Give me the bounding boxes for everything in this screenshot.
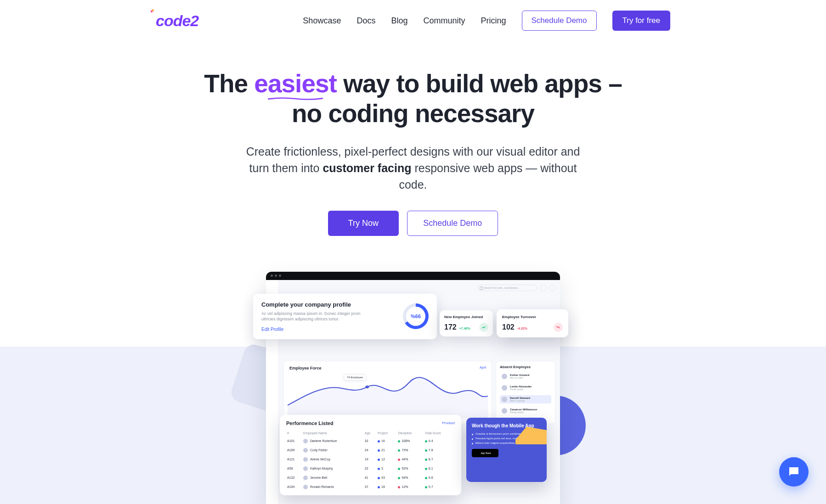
- performance-table-card: Performence Listed Product # Employee Na…: [280, 415, 461, 495]
- absent-name: Leslie Alexander: [510, 385, 532, 388]
- edit-profile-link[interactable]: Edit Profile: [261, 327, 367, 332]
- performance-table: # Employee Name Age Project Discipline T…: [286, 430, 455, 492]
- chart-title: Employee Force: [289, 366, 486, 370]
- absent-row[interactable]: Darrell StewardWon't in group: [500, 395, 551, 403]
- trend-down-icon: [554, 323, 563, 332]
- th: Discipline: [397, 430, 424, 437]
- hero-sub: Create frictionless, pixel-perfect desig…: [238, 143, 588, 193]
- store-label: App Store: [481, 452, 491, 454]
- avatar-icon: [502, 374, 507, 379]
- absent-name: Esther Howard: [510, 374, 529, 376]
- chat-icon: [787, 465, 801, 479]
- table-row[interactable]: A121Arlene McCoy191244%8.7: [286, 455, 455, 464]
- hero-cta-row: Try Now Schedule Demo: [192, 211, 634, 236]
- table-row[interactable]: A109Cody Fisher242173%7.8: [286, 446, 455, 455]
- chat-widget-button[interactable]: [779, 457, 809, 487]
- turnover-card: Employee Turnover 102 -4.32%: [497, 309, 568, 337]
- window-dot: [271, 274, 273, 277]
- mobile-app-card: Work though the Mobile App Gravida ut fe…: [466, 418, 547, 482]
- new-employee-card: New Employee Joined 172 +7.40%: [440, 310, 493, 336]
- window-dot: [275, 274, 277, 277]
- profile-desc: Ac vel adipiscing massa ipsum in. Donec …: [261, 311, 367, 322]
- hero-sub-bold: customer facing: [322, 162, 411, 174]
- th: Employee Name: [302, 430, 364, 437]
- new-emp-delta: +7.40%: [459, 327, 470, 330]
- absent-row[interactable]: Cameron WilliamsonFamily doctor: [500, 407, 551, 415]
- hero-heading: The easiest way to build web apps – no c…: [192, 69, 634, 129]
- absent-sub: Won't in group: [510, 399, 530, 402]
- avatar-icon: [303, 476, 308, 480]
- product-mock: Search for jobs, candidates… Requests: [266, 272, 560, 504]
- th: Project: [377, 430, 397, 437]
- absent-title: Absent Employee: [500, 365, 551, 369]
- nav-link-pricing[interactable]: Pricing: [481, 16, 506, 26]
- th: Age: [364, 430, 377, 437]
- hero-h1-pre: The: [204, 69, 254, 98]
- avatar-icon[interactable]: [549, 285, 555, 291]
- new-emp-title: New Employee Joined: [444, 315, 488, 319]
- table-row[interactable]: A101Darlene Robertson3216100%9.4: [286, 437, 455, 446]
- absent-name: Darrell Steward: [510, 397, 530, 399]
- mock-topbar: Search for jobs, candidates…: [283, 285, 555, 291]
- nav-link-showcase[interactable]: Showcase: [303, 16, 341, 26]
- avatar-icon: [303, 466, 308, 471]
- avatar-icon: [303, 485, 308, 489]
- nav-link-blog[interactable]: Blog: [391, 16, 407, 26]
- nav-link-docs[interactable]: Docs: [356, 16, 375, 26]
- turnover-value: 102: [502, 323, 515, 331]
- table-row[interactable]: A58Kathryn Murphy22352%8.1: [286, 464, 455, 473]
- svg-point-0: [365, 386, 369, 388]
- chart-month[interactable]: April: [480, 366, 486, 369]
- absent-name: Cameron Williamson: [510, 408, 537, 411]
- bell-icon[interactable]: [540, 285, 546, 291]
- table-row[interactable]: A132Jerome Bell414394%9.0: [286, 473, 455, 482]
- avatar-icon: [502, 385, 507, 391]
- trend-up-icon: [479, 323, 488, 332]
- new-emp-value: 172: [444, 323, 457, 331]
- try-now-button[interactable]: Try Now: [328, 211, 399, 236]
- try-free-button[interactable]: Try for free: [612, 11, 671, 31]
- window-bar: [266, 272, 560, 280]
- table-title: Performence Listed: [286, 420, 334, 426]
- table-row[interactable]: A194Ronald Richards371812%5.7: [286, 482, 455, 492]
- turnover-delta: -4.32%: [517, 327, 527, 330]
- hero-h1-post: way to build web apps – no coding necess…: [292, 69, 622, 128]
- table-filter[interactable]: Product: [442, 421, 455, 425]
- profile-card: Complete your company profile Ac vel adi…: [253, 294, 437, 339]
- absent-sub: Family doctor: [510, 388, 532, 391]
- absent-employee-panel: Absent Employee Esther HowardHe's on USA…: [496, 361, 555, 424]
- schedule-demo-button[interactable]: Schedule Demo: [522, 11, 597, 31]
- avatar-icon: [303, 439, 308, 443]
- hero-sub-post: responsive web apps — without code.: [399, 162, 577, 191]
- absent-sub: He's on USA: [510, 376, 529, 379]
- top-nav: code2 Showcase Docs Blog Community Prici…: [151, 0, 675, 41]
- search-input[interactable]: Search for jobs, candidates…: [477, 285, 537, 291]
- turnover-title: Employee Turnover: [502, 315, 563, 319]
- hero: The easiest way to build web apps – no c…: [192, 69, 634, 236]
- absent-row[interactable]: Esther HowardHe's on USA: [500, 372, 551, 381]
- schedule-demo-cta[interactable]: Schedule Demo: [407, 211, 498, 236]
- th: #: [286, 430, 302, 437]
- absent-sub: Family doctor: [510, 411, 537, 414]
- avatar-icon: [502, 408, 507, 414]
- absent-row[interactable]: Leslie AlexanderFamily doctor: [500, 384, 551, 392]
- logo[interactable]: code2: [156, 12, 198, 30]
- nav-link-community[interactable]: Community: [423, 16, 465, 26]
- progress-value: %66: [406, 307, 425, 326]
- hero-h1-highlight: easiest: [254, 69, 337, 98]
- nav-right: Showcase Docs Blog Community Pricing Sch…: [303, 11, 670, 31]
- window-dot: [279, 274, 281, 277]
- avatar-icon: [303, 448, 308, 453]
- th: Total Score: [424, 430, 455, 437]
- avatar-icon: [502, 397, 507, 402]
- employee-force-chart: Employee Force April 74 Employee: [283, 361, 492, 424]
- profile-title: Complete your company profile: [261, 301, 367, 308]
- app-store-badge[interactable]: App Store: [472, 449, 498, 457]
- progress-ring: %66: [403, 303, 429, 329]
- avatar-icon: [303, 457, 308, 462]
